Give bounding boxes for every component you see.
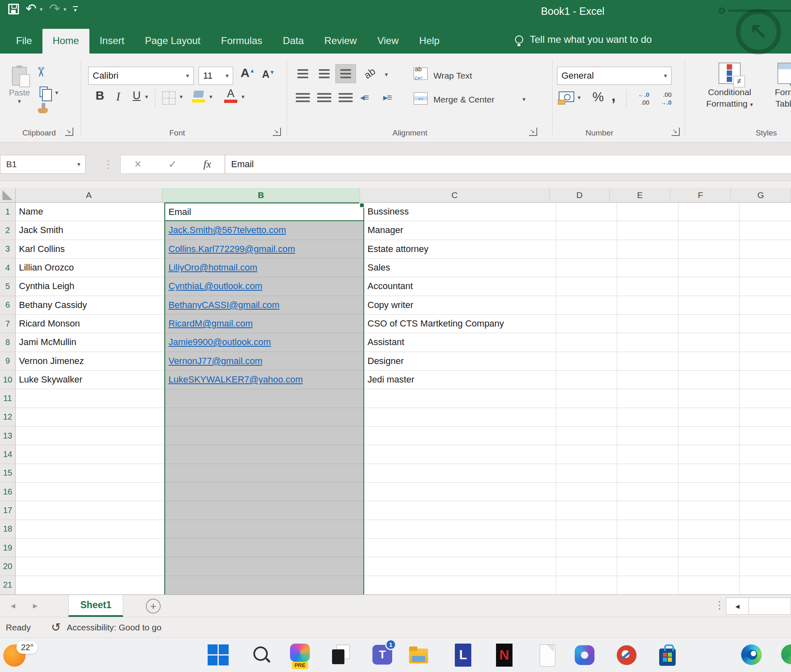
cell-B14[interactable] (164, 445, 364, 464)
cell-F21[interactable] (679, 576, 740, 595)
font-dialog-launcher-icon[interactable] (273, 128, 281, 136)
cell-C13[interactable] (364, 427, 556, 445)
cell-A4[interactable]: Lillian Orozco (16, 259, 164, 277)
cell-F1[interactable] (679, 203, 740, 221)
bold-button[interactable]: B (96, 89, 104, 103)
cell-A15[interactable] (16, 464, 164, 483)
email-link[interactable]: Jack.Smith@567telvetto.com (168, 225, 286, 236)
cell-B12[interactable] (164, 408, 364, 427)
cell-D20[interactable] (556, 557, 617, 576)
cell-F19[interactable] (679, 539, 740, 557)
row-header-16[interactable]: 16 (0, 483, 16, 501)
cell-B21[interactable] (164, 576, 364, 595)
cell-B13[interactable] (164, 427, 364, 445)
copy-icon[interactable] (40, 86, 48, 97)
alignment-dialog-launcher-icon[interactable] (529, 128, 537, 136)
l-app-icon[interactable]: L (452, 642, 475, 668)
align-middle-button[interactable] (314, 64, 335, 83)
cell-B17[interactable] (164, 501, 364, 520)
tell-me-box[interactable]: Tell me what you want to do (515, 34, 652, 45)
row-header-17[interactable]: 17 (0, 501, 16, 520)
tab-insert[interactable]: Insert (89, 29, 135, 54)
clipboard-dialog-launcher-icon[interactable] (65, 128, 73, 136)
sheet-tab[interactable]: Sheet1 (68, 595, 123, 617)
cell-F14[interactable] (679, 445, 740, 464)
row-header-14[interactable]: 14 (0, 445, 16, 464)
cell-C16[interactable] (364, 483, 556, 501)
cell-F5[interactable] (679, 277, 740, 296)
cell-D2[interactable] (556, 221, 617, 240)
accessibility-status[interactable]: Accessibility: Good to go (67, 623, 161, 632)
cell-B15[interactable] (164, 464, 364, 483)
windows-icon[interactable] (207, 642, 230, 668)
tab-home[interactable]: Home (42, 29, 89, 54)
row-header-4[interactable]: 4 (0, 259, 16, 277)
cell-F9[interactable] (679, 352, 740, 371)
accounting-dropdown-icon[interactable]: ▾ (578, 94, 581, 101)
cell-E16[interactable] (617, 483, 679, 501)
cell-D19[interactable] (556, 539, 617, 557)
cancel-icon[interactable] (134, 159, 141, 170)
cell-A16[interactable] (16, 483, 164, 501)
undo-icon[interactable] (26, 3, 37, 15)
align-top-button[interactable] (293, 64, 313, 83)
cell-F18[interactable] (679, 520, 740, 539)
cell-F3[interactable] (679, 240, 740, 259)
cell-G20[interactable] (740, 557, 791, 576)
cell-G1[interactable] (740, 203, 791, 221)
cell-G16[interactable] (740, 483, 791, 501)
email-link[interactable]: Collins.Karl772299@gmail.com (168, 244, 295, 254)
font-name-select[interactable]: Calibri▾ (88, 67, 194, 85)
cell-E7[interactable] (617, 315, 679, 333)
borders-dropdown-icon[interactable]: ▾ (180, 93, 183, 100)
cell-B19[interactable] (164, 539, 364, 557)
cell-A2[interactable]: Jack Smith (16, 221, 164, 240)
percent-style-button[interactable]: % (592, 90, 604, 105)
cell-C9[interactable]: Designer (364, 352, 556, 371)
name-box-dropdown-icon[interactable]: ▾ (77, 161, 80, 168)
paste-dropdown-icon[interactable]: ▾ (5, 98, 34, 105)
column-header-C[interactable]: C (360, 188, 550, 203)
wrap-text-button[interactable]: Wrap Text (433, 71, 472, 81)
cell-C3[interactable]: Estate attorney (364, 240, 556, 259)
tab-review[interactable]: Review (314, 29, 367, 54)
cell-G13[interactable] (740, 427, 791, 445)
cell-E21[interactable] (617, 576, 679, 595)
cell-F10[interactable] (679, 371, 740, 389)
cell-C17[interactable] (364, 501, 556, 520)
cell-E12[interactable] (617, 408, 679, 427)
cell-B7[interactable]: RicardM@gmail.com (164, 315, 364, 333)
cell-G3[interactable] (740, 240, 791, 259)
cell-C11[interactable] (364, 389, 556, 408)
cell-C15[interactable] (364, 464, 556, 483)
tab-view[interactable]: View (367, 29, 409, 54)
cell-F13[interactable] (679, 427, 740, 445)
comma-style-button[interactable]: , (611, 87, 615, 105)
cell-F7[interactable] (679, 315, 740, 333)
cell-G4[interactable] (740, 259, 791, 277)
email-link[interactable]: VernonJ77@gmail.com (168, 356, 262, 366)
hscroll-track[interactable] (749, 597, 791, 615)
conditional-formatting-button[interactable]: Conditional Formatting ▾ (700, 63, 760, 110)
underline-button[interactable]: U (133, 89, 141, 102)
cell-C7[interactable]: CSO of CTS Martketing Company (364, 315, 556, 333)
column-header-G[interactable]: G (731, 188, 791, 203)
cell-D17[interactable] (556, 501, 617, 520)
search-icon[interactable] (249, 642, 272, 668)
format-as-table-button[interactable]: Format Table ▾ (764, 63, 791, 110)
cell-F11[interactable] (679, 389, 740, 408)
sheet-prev-icon[interactable]: ◂ (11, 600, 15, 611)
cell-C10[interactable]: Jedi master (364, 371, 556, 389)
row-header-2[interactable]: 2 (0, 221, 16, 240)
cell-G14[interactable] (740, 445, 791, 464)
cell-A13[interactable] (16, 427, 164, 445)
cell-E5[interactable] (617, 277, 679, 296)
cell-B11[interactable] (164, 389, 364, 408)
align-right-button[interactable] (335, 88, 356, 107)
tab-page-layout[interactable]: Page Layout (135, 29, 211, 54)
cell-E6[interactable] (617, 296, 679, 315)
cell-E15[interactable] (617, 464, 679, 483)
teams-icon[interactable]: T1 (371, 642, 394, 668)
cell-E11[interactable] (617, 389, 679, 408)
row-header-15[interactable]: 15 (0, 464, 16, 483)
